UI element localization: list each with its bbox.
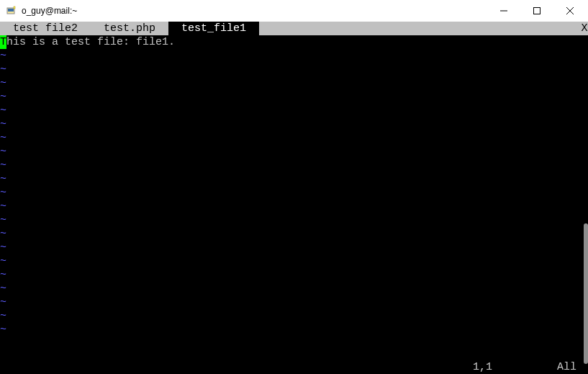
empty-line-marker: ~	[0, 186, 588, 200]
empty-line-marker: ~	[0, 200, 588, 213]
empty-line-marker: ~	[0, 145, 588, 159]
svg-rect-1	[8, 9, 14, 12]
empty-line-marker: ~	[0, 295, 588, 309]
empty-line-marker: ~	[0, 49, 588, 63]
maximize-button[interactable]	[520, 0, 553, 22]
tab-bar: test file2 test.php test_file1 X	[0, 22, 588, 35]
tab-test-file2[interactable]: test file2	[0, 22, 91, 35]
minimize-button[interactable]	[487, 0, 520, 22]
empty-line-marker: ~	[0, 76, 588, 90]
empty-line-marker: ~	[0, 241, 588, 254]
tab-close-button[interactable]: X	[581, 22, 588, 35]
editor-text: his is a test file: file1.	[6, 36, 175, 48]
editor-line-1: This is a test file: file1.	[0, 35, 588, 49]
empty-line-marker: ~	[0, 227, 588, 241]
putty-icon	[6, 5, 17, 17]
vim-status-line: 1,1 All	[0, 360, 585, 374]
empty-line-marker: ~	[0, 131, 588, 145]
svg-rect-4	[534, 8, 540, 14]
terminal[interactable]: test file2 test.php test_file1 X This is…	[0, 22, 588, 374]
empty-line-marker: ~	[0, 117, 588, 131]
close-button[interactable]	[553, 0, 587, 22]
window-titlebar: o_guy@mail:~	[0, 0, 588, 22]
empty-line-marker: ~	[0, 254, 588, 268]
empty-line-marker: ~	[0, 213, 588, 227]
window-controls	[487, 0, 587, 22]
empty-line-marker: ~	[0, 282, 588, 295]
tab-test-php[interactable]: test.php	[91, 22, 168, 35]
empty-line-marker: ~	[0, 63, 588, 76]
empty-line-marker: ~	[0, 90, 588, 104]
empty-line-marker: ~	[0, 268, 588, 282]
empty-line-marker: ~	[0, 172, 588, 186]
tab-test-file1[interactable]: test_file1	[168, 22, 259, 35]
cursor-position: 1,1	[473, 360, 557, 374]
empty-line-marker: ~	[0, 323, 588, 337]
empty-line-marker: ~	[0, 159, 588, 172]
cursor: T	[0, 35, 6, 49]
scrollbar-vertical[interactable]	[584, 223, 588, 364]
empty-line-marker: ~	[0, 104, 588, 117]
svg-rect-2	[14, 6, 15, 9]
empty-line-marker: ~	[0, 309, 588, 323]
window-title: o_guy@mail:~	[22, 6, 487, 16]
scroll-percent: All	[557, 360, 585, 374]
editor-content[interactable]: This is a test file: file1. ~ ~ ~ ~ ~ ~ …	[0, 35, 588, 374]
